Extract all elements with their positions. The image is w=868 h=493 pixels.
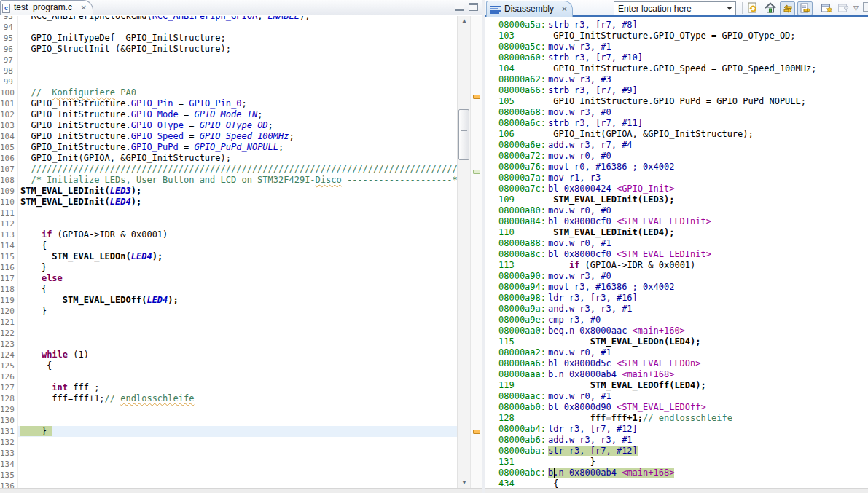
disassembly-instruction-row[interactable]: 08000a90:mov.w r3, #0	[494, 271, 868, 282]
disassembly-instruction-row[interactable]: 08000a9a:and.w r3, r3, #1	[494, 304, 868, 315]
line-number[interactable]: 93	[0, 16, 18, 22]
disassembly-instruction-row[interactable]: 08000a72:mov.w r0, #0	[494, 151, 868, 162]
line-number[interactable]: 124	[0, 350, 18, 360]
line-number[interactable]: 123	[0, 339, 18, 350]
code-line[interactable]: 125 {	[0, 360, 457, 371]
code-line[interactable]: 130	[0, 415, 457, 426]
line-number[interactable]: 129	[0, 404, 18, 415]
code-line[interactable]: 107 ////////////////////////////////////…	[0, 164, 457, 175]
combo-dropdown-icon[interactable]	[727, 7, 732, 10]
disassembly-instruction-row[interactable]: 08000a80:mov.w r0, #0	[494, 205, 868, 216]
disassembly-horizontal-scrollbar[interactable]	[485, 488, 868, 493]
home-icon[interactable]	[763, 1, 778, 15]
disassembly-instruction-row[interactable]: 08000a66:strb r3, [r7, #9]	[494, 85, 868, 96]
source-editor[interactable]: 93 RCC_AHB1PeriphClockCmd(RCC_AHB1Periph…	[0, 16, 457, 488]
disassembly-instruction-row[interactable]: 08000aa6:bl 0x8000d5c <STM_EVAL_LEDOn>	[494, 358, 868, 369]
code-line[interactable]: 134	[0, 459, 457, 470]
disassembly-instruction-row[interactable]: 08000aa2:mov.w r0, #1	[494, 347, 868, 358]
disassembly-instruction-row[interactable]: 08000a6e:add.w r3, r7, #4	[494, 140, 868, 151]
line-number[interactable]: 134	[0, 459, 18, 470]
line-number[interactable]: 99	[0, 76, 18, 87]
code-line[interactable]: 93 RCC_AHB1PeriphClockCmd(RCC_AHB1Periph…	[0, 16, 457, 22]
code-line[interactable]: 122	[0, 328, 457, 339]
code-line[interactable]: 110STM_EVAL_LEDInit(LED4);	[0, 197, 457, 208]
line-number[interactable]: 133	[0, 448, 18, 459]
tab-test-program-c[interactable]: c test_program.c ✕	[0, 0, 93, 15]
line-number[interactable]: 130	[0, 415, 18, 426]
disassembly-instruction-row[interactable]: 08000ab6:add.w r3, r3, #1	[494, 435, 868, 446]
orange-overview-marker[interactable]	[473, 430, 480, 434]
code-line[interactable]: 108 /* Initialize LEDs, User Button and …	[0, 175, 457, 186]
line-number[interactable]: 122	[0, 328, 18, 339]
code-line[interactable]: 116 }	[0, 262, 457, 273]
code-line[interactable]: 95 GPIO_InitTypeDef GPIO_InitStructure;	[0, 33, 457, 44]
code-line[interactable]: 121	[0, 317, 457, 328]
line-number[interactable]: 112	[0, 218, 18, 229]
orange-overview-marker[interactable]	[473, 95, 480, 99]
line-number[interactable]: 108	[0, 175, 18, 186]
disassembly-source-row[interactable]: 105 GPIO_InitStructure.GPIO_PuPd = GPIO_…	[494, 96, 868, 107]
disassembly-instruction-row[interactable]: 08000a88:mov.w r0, #1	[494, 238, 868, 249]
code-line[interactable]: 132	[0, 437, 457, 448]
line-number[interactable]: 100	[0, 87, 18, 98]
disassembly-instruction-row[interactable]: 08000ab4:ldr r3, [r7, #12]	[494, 424, 868, 435]
line-number[interactable]: 115	[0, 251, 18, 262]
disassembly-source-row[interactable]: 119 STM_EVAL_LEDOff(LED4);	[494, 380, 868, 391]
sync-active-context-icon[interactable]	[780, 1, 795, 15]
line-number[interactable]: 103	[0, 120, 18, 131]
code-line[interactable]: 119 STM_EVAL_LEDOff(LED4);	[0, 295, 457, 306]
disassembly-instruction-row[interactable]: 08000a84:bl 0x8000cf0 <STM_EVAL_LEDInit>	[494, 216, 868, 227]
scrollbar-thumb[interactable]	[458, 109, 469, 160]
code-line[interactable]: 128 fff=fff+1;// endlosschleife	[0, 393, 457, 404]
disassembly-instruction-row[interactable]: 08000aba:str r3, [r7, #12]	[494, 446, 868, 457]
code-line[interactable]: 112	[0, 218, 457, 229]
line-number[interactable]: 106	[0, 153, 18, 164]
line-number[interactable]: 117	[0, 273, 18, 284]
code-line[interactable]: 124 while (1)	[0, 350, 457, 360]
code-line[interactable]: 102 GPIO_InitStructure.GPIO_Mode = GPIO_…	[0, 109, 457, 120]
code-line[interactable]: 97	[0, 55, 457, 66]
view-menu-chevron[interactable]: ▽	[853, 4, 859, 12]
line-number[interactable]: 125	[0, 360, 18, 371]
line-number[interactable]: 126	[0, 371, 18, 382]
disassembly-view[interactable]: 08000a5a:strb r3, [r7, #8]103 GPIO_InitS…	[485, 17, 868, 488]
line-number[interactable]: 110	[0, 197, 18, 208]
line-number[interactable]: 101	[0, 98, 18, 109]
disassembly-source-row[interactable]: 131 }	[494, 457, 868, 468]
pin-view-icon[interactable]	[836, 1, 851, 15]
disassembly-instruction-row[interactable]: 08000a62:mov.w r3, #3	[494, 74, 868, 85]
disassembly-instruction-row[interactable]: 08000aa0:beq.n 0x8000aac <main+160>	[494, 326, 868, 336]
disassembly-source-row[interactable]: 106 GPIO_Init(GPIOA, &GPIO_InitStructure…	[494, 129, 868, 140]
line-number[interactable]: 102	[0, 109, 18, 120]
code-line[interactable]: 101 GPIO_InitStructure.GPIO_Pin = GPIO_P…	[0, 98, 457, 109]
scroll-down-icon[interactable]: ▼	[458, 478, 471, 488]
line-number[interactable]: 120	[0, 306, 18, 317]
line-number[interactable]: 132	[0, 437, 18, 448]
line-number[interactable]: 109	[0, 186, 18, 197]
line-number[interactable]: 114	[0, 240, 18, 251]
disassembly-instruction-row[interactable]: 08000a7a:mov r1, r3	[494, 173, 868, 184]
code-line[interactable]: 109STM_EVAL_LEDInit(LED3);	[0, 186, 457, 197]
code-line[interactable]: 115 STM_EVAL_LEDOn(LED4);	[0, 251, 457, 262]
disassembly-instruction-row[interactable]: 08000aaa:b.n 0x8000ab4 <main+168>	[494, 369, 868, 380]
line-number[interactable]: 96	[0, 44, 18, 55]
disassembly-instruction-row[interactable]: 08000a5a:strb r3, [r7, #8]	[494, 20, 868, 31]
code-line[interactable]: 118 {	[0, 284, 457, 295]
disassembly-source-row[interactable]: 113 if (GPIOA->IDR & 0x0001)	[494, 260, 868, 271]
location-combo[interactable]: Enter location here	[614, 1, 736, 15]
line-number[interactable]: 136	[0, 481, 18, 488]
line-number[interactable]: 105	[0, 142, 18, 153]
editor-vertical-scrollbar[interactable]: ▲ ▼	[457, 16, 470, 488]
disassembly-instruction-row[interactable]: 08000a6c:strb r3, [r7, #11]	[494, 118, 868, 129]
disassembly-source-row[interactable]: 434 {	[494, 478, 868, 488]
code-line[interactable]: 100 // Konfiguriere PA0	[0, 87, 457, 98]
code-line[interactable]: 135	[0, 470, 457, 481]
disassembly-source-row[interactable]: 115 STM_EVAL_LEDOn(LED4);	[494, 336, 868, 347]
line-number[interactable]: 104	[0, 131, 18, 142]
disassembly-instruction-row[interactable]: 08000a9e:cmp r3, #0	[494, 315, 868, 326]
code-line[interactable]: 99	[0, 76, 457, 87]
code-line[interactable]: 103 GPIO_InitStructure.GPIO_OType = GPIO…	[0, 120, 457, 131]
code-line[interactable]: 126	[0, 371, 457, 382]
line-number[interactable]: 118	[0, 284, 18, 295]
code-line[interactable]: 96 GPIO_StructInit (&GPIO_InitStructure)…	[0, 44, 457, 55]
